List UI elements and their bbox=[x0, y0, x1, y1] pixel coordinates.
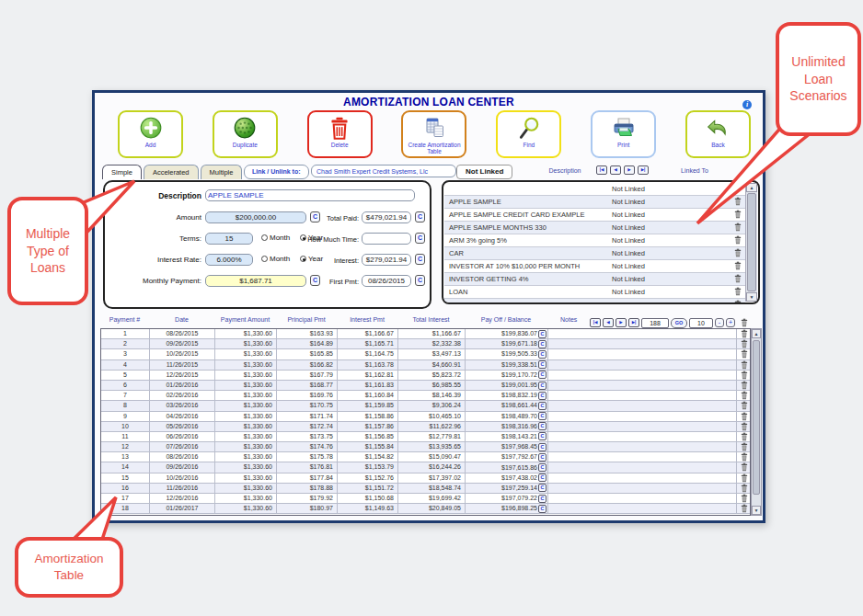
payoff-clear-button[interactable]: C bbox=[538, 382, 547, 390]
payoff-clear-button[interactable]: C bbox=[538, 350, 547, 359]
nav-prev-button[interactable]: ◀ bbox=[610, 165, 621, 175]
table-row[interactable]: 1611/26/2016$1,330.60$178.88$1,151.72$18… bbox=[101, 484, 750, 494]
cell-notes[interactable] bbox=[548, 391, 737, 400]
table-row[interactable]: 411/26/2015$1,330.60$166.82$1,163.78$4,6… bbox=[101, 360, 750, 371]
payoff-clear-button[interactable]: C bbox=[538, 432, 547, 440]
interest-rate-field[interactable]: 6.000% bbox=[205, 254, 253, 266]
first-pmt-clear-button[interactable]: C bbox=[415, 275, 425, 286]
table-row[interactable]: 601/26/2016$1,330.60$168.77$1,161.83$6,9… bbox=[101, 381, 750, 391]
scenario-row-trash-icon[interactable] bbox=[734, 287, 742, 298]
cell-notes[interactable] bbox=[548, 422, 737, 431]
scroll-down-icon[interactable]: ▼ bbox=[752, 506, 761, 515]
toolbar-button-delete[interactable]: Delete bbox=[307, 110, 373, 158]
description-field[interactable]: APPLE SAMPLE bbox=[205, 189, 415, 201]
row-trash-icon[interactable] bbox=[737, 349, 752, 359]
table-row[interactable]: 1409/26/2016$1,330.60$176.81$1,153.79$16… bbox=[101, 462, 750, 473]
scenario-row[interactable]: LOANNot Linked bbox=[444, 286, 745, 299]
record-number-input[interactable] bbox=[641, 318, 669, 328]
nav-next-button[interactable]: ▶ bbox=[624, 165, 635, 175]
payoff-clear-button[interactable]: C bbox=[538, 463, 547, 472]
link-unlink-button[interactable]: Link / Unlink to: bbox=[244, 165, 309, 179]
table-row[interactable]: 702/26/2016$1,330.60$169.76$1,160.84$8,1… bbox=[101, 391, 750, 401]
nav-prev-button[interactable]: ◀ bbox=[603, 318, 614, 327]
tab-accelerated[interactable]: Accelerated bbox=[144, 165, 199, 179]
how-much-time-field[interactable] bbox=[362, 233, 411, 245]
payoff-clear-button[interactable]: C bbox=[538, 453, 547, 462]
row-trash-icon[interactable] bbox=[737, 360, 752, 370]
toolbar-button-back[interactable]: Back bbox=[685, 110, 751, 158]
row-trash-icon[interactable] bbox=[737, 462, 752, 472]
toolbar-button-add[interactable]: Add bbox=[118, 110, 183, 158]
total-paid-field[interactable]: $479,021.94 bbox=[362, 211, 411, 223]
scenario-row[interactable]: Not Linked bbox=[444, 183, 745, 196]
row-trash-icon[interactable] bbox=[737, 484, 752, 493]
scenario-row-trash-icon[interactable] bbox=[734, 261, 742, 272]
row-trash-icon[interactable] bbox=[737, 412, 752, 421]
nav-last-button[interactable]: ▶| bbox=[638, 165, 649, 175]
how-much-time-clear-button[interactable]: C bbox=[415, 233, 425, 244]
table-scrollbar[interactable]: ▲ ▼ bbox=[751, 328, 762, 516]
scroll-up-icon[interactable]: ▲ bbox=[752, 329, 761, 338]
table-row[interactable]: 904/26/2016$1,330.60$171.74$1,158.86$10,… bbox=[101, 412, 750, 422]
scroll-up-icon[interactable]: ▲ bbox=[746, 183, 757, 192]
payoff-clear-button[interactable]: C bbox=[538, 473, 547, 482]
cell-notes[interactable] bbox=[548, 401, 737, 410]
table-row[interactable]: 1510/26/2016$1,330.60$177.84$1,152.76$17… bbox=[101, 473, 750, 484]
table-row[interactable]: 1005/26/2016$1,330.60$172.74$1,157.86$11… bbox=[101, 422, 750, 432]
increment-button[interactable]: + bbox=[726, 318, 735, 327]
scenario-row-trash-icon[interactable] bbox=[734, 274, 742, 285]
row-trash-icon[interactable] bbox=[737, 339, 752, 348]
payoff-clear-button[interactable]: C bbox=[538, 360, 547, 369]
nav-first-button[interactable]: |◀ bbox=[596, 165, 607, 175]
scenario-row-trash-icon[interactable] bbox=[734, 222, 742, 234]
scenario-row[interactable]: CARNot Linked bbox=[444, 247, 745, 260]
table-row[interactable]: 1308/26/2016$1,330.60$175.78$1,154.82$15… bbox=[101, 452, 750, 462]
cell-notes[interactable] bbox=[548, 473, 737, 483]
page-size-input[interactable] bbox=[689, 318, 713, 328]
payoff-clear-button[interactable]: C bbox=[538, 484, 547, 492]
cell-notes[interactable] bbox=[548, 412, 737, 421]
table-row[interactable]: 1712/26/2016$1,330.60$179.92$1,150.68$19… bbox=[101, 494, 750, 504]
table-row[interactable]: 1207/26/2016$1,330.60$174.76$1,155.84$13… bbox=[101, 442, 750, 452]
table-row[interactable]: 209/26/2015$1,330.60$164.89$1,165.71$2,3… bbox=[101, 339, 750, 349]
scenario-row[interactable]: ARM 3% going 5%Not Linked bbox=[444, 234, 745, 247]
row-trash-icon[interactable] bbox=[737, 391, 752, 400]
interest-clear-button[interactable]: C bbox=[415, 254, 425, 265]
payoff-clear-button[interactable]: C bbox=[538, 330, 547, 338]
row-trash-icon[interactable] bbox=[737, 442, 752, 451]
table-row[interactable]: 1801/26/2017$1,330.60$180.97$1,149.63$20… bbox=[101, 504, 750, 514]
info-icon[interactable]: i bbox=[742, 100, 752, 109]
toolbar-button-find[interactable]: Find bbox=[496, 110, 561, 158]
cell-notes[interactable] bbox=[548, 371, 737, 380]
scenario-row[interactable]: APPLE SAMPLENot Linked bbox=[444, 196, 745, 209]
tab-simple[interactable]: Simple bbox=[102, 165, 142, 179]
toolbar-button-create-amortization-table[interactable]: Create Amortization Table bbox=[401, 110, 466, 158]
row-trash-icon[interactable] bbox=[737, 371, 752, 380]
row-trash-icon[interactable] bbox=[737, 473, 752, 483]
cell-notes[interactable] bbox=[548, 432, 737, 441]
cell-notes[interactable] bbox=[548, 339, 737, 348]
table-row[interactable]: 803/26/2016$1,330.60$170.75$1,159.85$9,3… bbox=[101, 401, 750, 411]
scenario-row[interactable]: APPLE SAMPLE CREDIT CARD EXAMPLENot Link… bbox=[444, 209, 745, 222]
scenario-row-trash-icon[interactable] bbox=[734, 300, 742, 304]
total-paid-clear-button[interactable]: C bbox=[415, 211, 425, 222]
payoff-clear-button[interactable]: C bbox=[538, 443, 547, 451]
cell-notes[interactable] bbox=[548, 381, 737, 390]
table-row[interactable]: 1106/26/2016$1,330.60$173.75$1,156.85$12… bbox=[101, 432, 750, 442]
scenario-delete-trash-icon[interactable] bbox=[752, 165, 759, 176]
scenario-scrollbar[interactable]: ▲ ▼ bbox=[745, 183, 757, 302]
decrement-button[interactable]: - bbox=[715, 318, 724, 327]
scenario-row-trash-icon[interactable] bbox=[734, 197, 742, 208]
payoff-clear-button[interactable]: C bbox=[538, 422, 547, 430]
cell-notes[interactable] bbox=[548, 494, 737, 503]
scenario-row-trash-icon[interactable] bbox=[734, 235, 742, 246]
row-trash-icon[interactable] bbox=[737, 452, 752, 462]
scenario-row[interactable]: APPLE SAMPLE MONTHS 330Not Linked bbox=[444, 222, 745, 234]
link-company-input[interactable] bbox=[311, 165, 456, 177]
payoff-clear-button[interactable]: C bbox=[538, 340, 547, 348]
interest-field[interactable]: $279,021.94 bbox=[362, 254, 411, 266]
scroll-down-icon[interactable]: ▼ bbox=[746, 292, 757, 302]
scrollbar-thumb[interactable] bbox=[753, 340, 760, 495]
scenario-row[interactable]: INVESTOR GETTING 4%Not Linked bbox=[444, 273, 745, 286]
nav-last-button[interactable]: ▶| bbox=[628, 318, 639, 327]
